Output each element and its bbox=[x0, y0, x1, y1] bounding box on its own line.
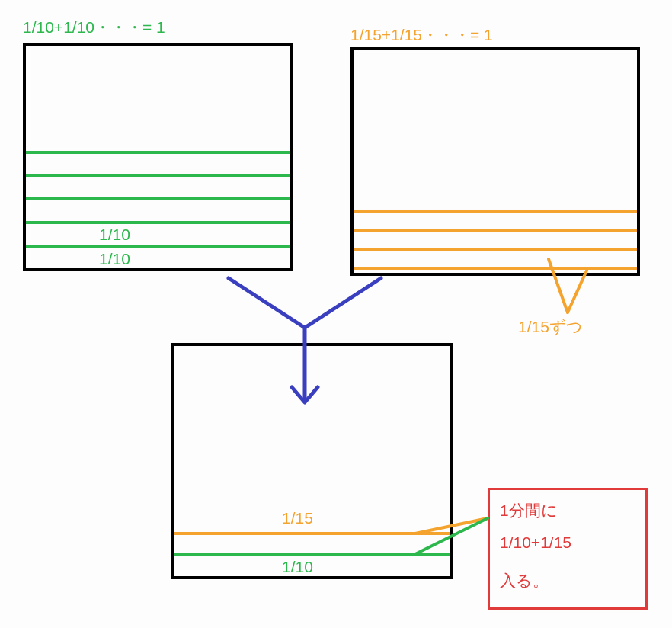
combined-green-label: 1/10 bbox=[282, 558, 313, 576]
left-equation-label: 1/10+1/10・・・= 1 bbox=[23, 17, 165, 38]
right-stripe bbox=[354, 210, 637, 213]
right-stripe bbox=[354, 248, 637, 251]
combined-orange-label: 1/15 bbox=[282, 509, 313, 527]
summary-line-2: 1/10+1/15 bbox=[500, 533, 571, 552]
left-stripe bbox=[26, 221, 290, 224]
left-stripe-label: 1/10 bbox=[99, 250, 130, 268]
right-stripe bbox=[354, 267, 637, 270]
right-stripe bbox=[354, 229, 637, 232]
left-stripe-label: 1/10 bbox=[99, 226, 130, 244]
summary-line-3: 入る。 bbox=[500, 570, 549, 591]
left-stripe bbox=[26, 151, 290, 154]
left-stripe bbox=[26, 197, 290, 200]
combined-green-stripe bbox=[174, 553, 450, 556]
summary-line-1: 1分間に bbox=[500, 500, 558, 521]
left-stripe bbox=[26, 245, 290, 248]
right-square bbox=[350, 47, 640, 276]
left-square bbox=[23, 43, 293, 271]
right-side-label: 1/15ずつ bbox=[518, 316, 583, 338]
left-stripe bbox=[26, 174, 290, 177]
combined-square bbox=[171, 343, 453, 579]
combined-orange-stripe bbox=[174, 532, 450, 535]
right-equation-label: 1/15+1/15・・・= 1 bbox=[350, 24, 493, 46]
